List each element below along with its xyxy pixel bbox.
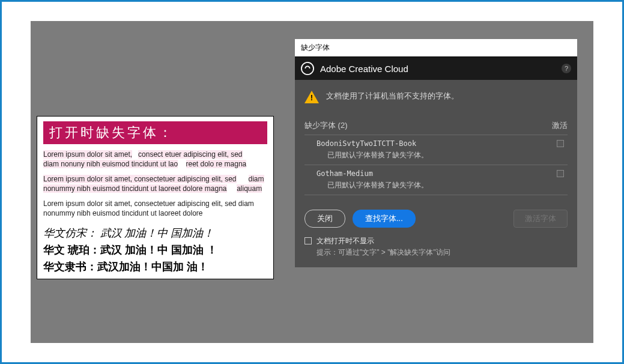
activate-fonts-button: 激活字体 xyxy=(513,210,568,228)
dialog-footer: 关闭 查找字体... 激活字体 文档打开时不显示 提示：可通过"文字" > "解… xyxy=(295,200,577,267)
text: aliquam xyxy=(237,184,262,193)
text: Lorem ipsum dolor sit amet, consectetuer… xyxy=(43,175,237,183)
paragraph-1: Lorem ipsum dolor sit amet, consect etue… xyxy=(43,150,267,169)
dont-show-col: 文档打开时不显示 提示：可通过"文字" > "解决缺失字体"访问 xyxy=(317,236,450,258)
missing-fonts-dialog: 缺少字体 Adobe Creative Cloud ? 文档使用了计算机当前不支… xyxy=(295,39,577,267)
font-item[interactable]: BodoniSvtyTwoITCTT-Book 已用默认字体替换了缺失字体。 xyxy=(304,135,568,165)
cn-row-1: 华文仿宋： 武汉 加油！中 国加油！ xyxy=(43,226,267,240)
font-name: Gotham-Medium xyxy=(317,169,565,178)
dialog-header-title: Adobe Creative Cloud xyxy=(320,64,408,74)
workspace: 打开时缺失字体： Lorem ipsum dolor sit amet, con… xyxy=(31,21,593,343)
close-button[interactable]: 关闭 xyxy=(304,210,345,228)
creative-cloud-icon xyxy=(301,62,314,75)
dialog-header: Adobe Creative Cloud ? xyxy=(295,57,577,80)
cn-row-3: 华文隶书：武汉加油！中国加 油！ xyxy=(43,259,267,274)
cn-row-2: 华文 琥珀：武汉 加油！中 国加油 ！ xyxy=(43,243,267,257)
activate-checkbox[interactable] xyxy=(557,170,564,177)
font-substitution: 已用默认字体替换了缺失字体。 xyxy=(317,180,565,190)
document-title: 打开时缺失字体： xyxy=(43,121,267,144)
paragraph-3: Lorem ipsum dolor sit amet, consectetuer… xyxy=(43,199,267,218)
text: diam xyxy=(249,175,264,183)
missing-fonts-count: 缺少字体 (2) xyxy=(304,120,348,131)
dont-show-label: 文档打开时不显示 xyxy=(317,236,450,246)
chinese-samples: 华文仿宋： 武汉 加油！中 国加油！ 华文 琥珀：武汉 加油！中 国加油 ！ 华… xyxy=(43,226,267,274)
help-icon[interactable]: ? xyxy=(562,64,571,73)
document-preview: 打开时缺失字体： Lorem ipsum dolor sit amet, con… xyxy=(37,116,274,279)
button-row: 关闭 查找字体... 激活字体 xyxy=(304,210,568,228)
warning-row: 文档使用了计算机当前不支持的字体。 xyxy=(304,89,568,103)
text: diam nonuny nibh euismod tincidunt ut la… xyxy=(43,160,178,168)
activate-checkbox[interactable] xyxy=(557,140,564,147)
text: nonummy nibh euismod tincidunt ut laoree… xyxy=(43,184,227,193)
svg-point-0 xyxy=(301,62,314,74)
activate-header: 激活 xyxy=(552,120,568,131)
font-list-header: 缺少字体 (2) 激活 xyxy=(304,120,568,131)
font-item[interactable]: Gotham-Medium 已用默认字体替换了缺失字体。 xyxy=(304,165,568,195)
find-fonts-button[interactable]: 查找字体... xyxy=(353,210,416,228)
dont-show-checkbox[interactable] xyxy=(304,237,312,244)
warning-text: 文档使用了计算机当前不支持的字体。 xyxy=(326,91,459,102)
font-substitution: 已用默认字体替换了缺失字体。 xyxy=(317,150,565,160)
font-list: BodoniSvtyTwoITCTT-Book 已用默认字体替换了缺失字体。 G… xyxy=(304,135,568,195)
dialog-titlebar[interactable]: 缺少字体 xyxy=(295,39,577,57)
dialog-body: 文档使用了计算机当前不支持的字体。 缺少字体 (2) 激活 BodoniSvty… xyxy=(295,80,577,200)
text: Lorem ipsum dolor sit amet, xyxy=(43,150,132,159)
dont-show-row: 文档打开时不显示 提示：可通过"文字" > "解决缺失字体"访问 xyxy=(304,236,568,258)
paragraph-2: Lorem ipsum dolor sit amet, consectetuer… xyxy=(43,175,267,193)
text: reet dolo re magna xyxy=(186,160,247,168)
warning-icon xyxy=(304,91,319,103)
font-name: BodoniSvtyTwoITCTT-Book xyxy=(317,139,565,148)
hint-text: 提示：可通过"文字" > "解决缺失字体"访问 xyxy=(317,247,450,258)
text: consect etuer adipiscing elit, sed xyxy=(138,150,242,159)
